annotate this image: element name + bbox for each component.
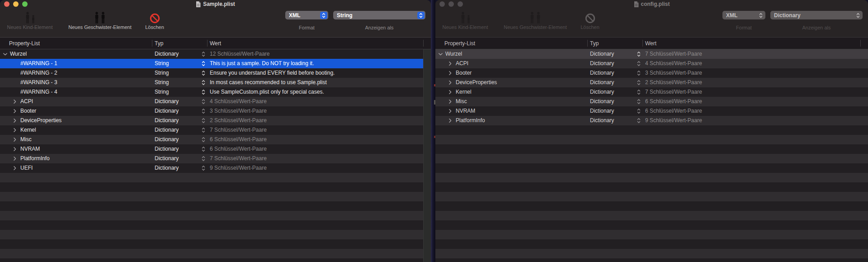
- table-row[interactable]: NVRAMDictionary6 Schlüssel/Wert-Paare: [0, 144, 431, 154]
- row-key: NVRAM: [456, 106, 475, 116]
- display-as-popup[interactable]: String: [333, 11, 425, 19]
- table-row[interactable]: KernelDictionary7 Schlüssel/Wert-Paare: [0, 125, 431, 135]
- empty-row: [435, 220, 868, 230]
- table-row[interactable]: WurzelDictionary7 Schlüssel/Wert-Paare: [435, 49, 868, 59]
- table-row[interactable]: WurzelDictionary12 Schlüssel/Wert-Paare: [0, 49, 431, 59]
- table-row[interactable]: KernelDictionary7 Schlüssel/Wert-Paare: [435, 87, 868, 97]
- table-row[interactable]: MiscDictionary6 Schlüssel/Wert-Paare: [0, 135, 431, 144]
- disclosure-chevron-icon[interactable]: [448, 106, 452, 116]
- disclosure-chevron-icon[interactable]: [448, 78, 452, 87]
- window-title-text: config.plist: [641, 1, 670, 7]
- type-stepper-icon[interactable]: [202, 116, 205, 125]
- disclosure-chevron-icon[interactable]: [448, 97, 452, 106]
- disclosure-chevron-icon[interactable]: [13, 135, 17, 144]
- type-stepper-icon[interactable]: [637, 59, 641, 68]
- type-stepper-icon[interactable]: [637, 68, 641, 78]
- table-row[interactable]: BooterDictionary3 Schlüssel/Wert-Paare: [435, 68, 868, 78]
- new-sibling-element-label: Neues Geschwister-Element: [504, 24, 566, 30]
- row-type: Dictionary: [590, 78, 614, 87]
- table-row[interactable]: #WARNING - 2StringEnsure you understand …: [0, 68, 431, 78]
- column-divider[interactable]: [423, 40, 424, 47]
- disclosure-chevron-icon[interactable]: [448, 68, 452, 78]
- table-row[interactable]: ACPIDictionary4 Schlüssel/Wert-Paare: [435, 59, 868, 68]
- type-stepper-icon[interactable]: [202, 163, 205, 173]
- type-stepper-icon[interactable]: [202, 135, 205, 144]
- column-divider[interactable]: [587, 40, 588, 47]
- type-stepper-icon[interactable]: [202, 78, 205, 87]
- new-sibling-element-button[interactable]: Neues Geschwister-Element: [501, 8, 569, 30]
- type-stepper-icon[interactable]: [637, 97, 641, 106]
- type-stepper-icon[interactable]: [202, 87, 205, 97]
- row-type: Dictionary: [155, 135, 179, 144]
- disclosure-chevron-icon[interactable]: [13, 106, 17, 116]
- disclosure-chevron-icon[interactable]: [448, 59, 452, 68]
- empty-row: [435, 201, 868, 211]
- row-key: #WARNING - 4: [20, 87, 57, 97]
- disclosure-chevron-icon[interactable]: [438, 49, 443, 59]
- type-stepper-icon[interactable]: [202, 154, 205, 163]
- table-row[interactable]: PlatformInfoDictionary9 Schlüssel/Wert-P…: [435, 116, 868, 125]
- column-header-key: Property-List: [9, 38, 40, 49]
- table-row[interactable]: #WARNING - 3StringIn most cases recommen…: [0, 78, 431, 87]
- column-header-key: Property-List: [444, 38, 475, 49]
- window-config-plist: config.plist Neues Kind-Element Neues Ge…: [435, 0, 868, 262]
- type-stepper-icon[interactable]: [202, 106, 205, 116]
- format-popup[interactable]: XML: [285, 11, 328, 19]
- type-stepper-icon[interactable]: [202, 125, 205, 135]
- table-row[interactable]: DevicePropertiesDictionary2 Schlüssel/We…: [0, 116, 431, 125]
- chevron-updown-icon: [757, 12, 764, 19]
- type-stepper-icon[interactable]: [202, 68, 205, 78]
- new-sibling-element-button[interactable]: Neues Geschwister-Element: [66, 8, 134, 30]
- column-divider[interactable]: [642, 40, 643, 47]
- type-stepper-icon[interactable]: [202, 59, 205, 68]
- disclosure-chevron-icon[interactable]: [13, 144, 17, 154]
- type-stepper-icon[interactable]: [637, 87, 641, 97]
- new-child-element-button[interactable]: Neues Kind-Element: [3, 8, 57, 30]
- disclosure-chevron-icon[interactable]: [448, 87, 452, 97]
- delete-button[interactable]: Löschen: [140, 8, 169, 30]
- new-child-element-button[interactable]: Neues Kind-Element: [438, 8, 492, 30]
- table-row[interactable]: PlatformInfoDictionary7 Schlüssel/Wert-P…: [0, 154, 431, 163]
- table-row[interactable]: #WARNING - 4StringUse SampleCustom.plist…: [0, 87, 431, 97]
- display-as-popup[interactable]: Dictionary: [770, 11, 863, 19]
- disclosure-chevron-icon[interactable]: [13, 154, 17, 163]
- empty-row: [435, 258, 868, 262]
- table-row[interactable]: NVRAMDictionary6 Schlüssel/Wert-Paare: [435, 106, 868, 116]
- table-row[interactable]: MiscDictionary6 Schlüssel/Wert-Paare: [435, 97, 868, 106]
- format-popup[interactable]: XML: [722, 11, 765, 19]
- row-key: Kernel: [456, 87, 472, 97]
- empty-row: [0, 211, 431, 220]
- delete-button[interactable]: Löschen: [576, 8, 604, 30]
- disclosure-chevron-icon[interactable]: [448, 116, 452, 125]
- disclosure-chevron-icon[interactable]: [13, 125, 17, 135]
- disclosure-chevron-icon[interactable]: [13, 163, 17, 173]
- person-pair-icon: [529, 8, 541, 24]
- disclosure-chevron-icon[interactable]: [13, 97, 17, 106]
- type-stepper-icon[interactable]: [637, 49, 641, 59]
- table-body: WurzelDictionary12 Schlüssel/Wert-Paare#…: [0, 49, 431, 262]
- table-row[interactable]: BooterDictionary3 Schlüssel/Wert-Paare: [0, 106, 431, 116]
- type-stepper-icon[interactable]: [202, 97, 205, 106]
- column-divider[interactable]: [860, 40, 861, 47]
- type-stepper-icon[interactable]: [637, 78, 641, 87]
- empty-row: [435, 249, 868, 258]
- disclosure-chevron-icon[interactable]: [3, 49, 8, 59]
- disclosure-chevron-icon[interactable]: [13, 116, 17, 125]
- new-child-element-label: Neues Kind-Element: [443, 24, 488, 30]
- empty-row: [435, 211, 868, 220]
- row-value: 12 Schlüssel/Wert-Paare: [210, 49, 423, 59]
- table-row[interactable]: UEFIDictionary9 Schlüssel/Wert-Paare: [0, 163, 431, 173]
- scrollbar-track[interactable]: [423, 49, 431, 262]
- column-divider[interactable]: [207, 40, 208, 47]
- table-row[interactable]: ACPIDictionary4 Schlüssel/Wert-Paare: [0, 97, 431, 106]
- type-stepper-icon[interactable]: [202, 144, 205, 154]
- row-value: 7 Schlüssel/Wert-Paare: [645, 87, 860, 97]
- type-stepper-icon[interactable]: [637, 116, 641, 125]
- chevron-updown-icon: [417, 12, 425, 19]
- type-stepper-icon[interactable]: [202, 49, 205, 59]
- row-key: #WARNING - 2: [20, 68, 57, 78]
- table-row[interactable]: #WARNING - 1StringThis is just a sample.…: [0, 59, 431, 68]
- type-stepper-icon[interactable]: [637, 106, 641, 116]
- table-row[interactable]: DevicePropertiesDictionary2 Schlüssel/We…: [435, 78, 868, 87]
- column-divider[interactable]: [152, 40, 152, 47]
